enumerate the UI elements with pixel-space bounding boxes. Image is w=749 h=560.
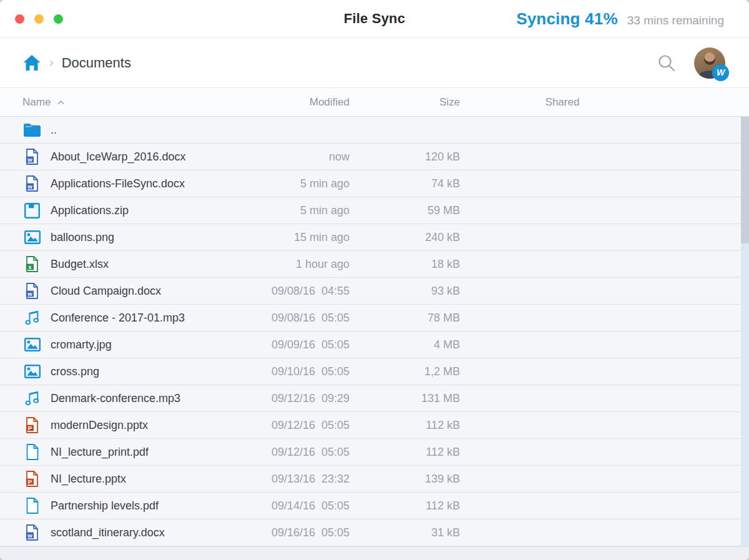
- file-size: 74 kB: [350, 177, 460, 190]
- breadcrumb-current: Documents: [62, 55, 131, 71]
- sync-status: Syncing 41%: [516, 9, 618, 29]
- powerpoint-icon: P: [24, 471, 41, 487]
- svg-text:w: w: [27, 183, 32, 190]
- file-size: 139 kB: [350, 473, 460, 486]
- audio-icon: [24, 310, 41, 326]
- file-sync-window: File Sync Syncing 41% 33 mins remaining …: [0, 0, 749, 560]
- avatar[interactable]: W: [694, 47, 725, 79]
- table-row[interactable]: w Cloud Campaign.docx 09/08/16 04:55 93 …: [0, 278, 749, 305]
- file-size: 31 kB: [350, 526, 460, 539]
- column-header-size[interactable]: Size: [350, 96, 460, 109]
- window-controls: [15, 14, 63, 24]
- file-name: Budget.xlsx: [51, 258, 109, 271]
- file-modified: 09/13/16 23:32: [267, 473, 350, 486]
- table-row[interactable]: Denmark-conference.mp3 09/12/16 09:29 13…: [0, 385, 749, 412]
- file-modified: 09/09/16 05:05: [267, 338, 350, 351]
- file-name: scotland_itinerary.docx: [51, 526, 165, 539]
- file-size: 120 kB: [350, 150, 460, 164]
- home-icon[interactable]: [22, 54, 41, 71]
- file-size: 240 kB: [350, 231, 460, 244]
- sync-status-group: Syncing 41% 33 mins remaining: [516, 9, 724, 29]
- file-name: NI_lecture_print.pdf: [51, 446, 149, 459]
- file-name: modernDesign.pptx: [51, 419, 148, 432]
- excel-icon: x: [24, 256, 41, 272]
- file-modified: 1 hour ago: [267, 258, 350, 271]
- file-size: 18 kB: [350, 258, 460, 271]
- svg-text:w: w: [27, 156, 32, 163]
- table-row[interactable]: ..: [0, 117, 749, 144]
- table-row[interactable]: Applications.zip 5 min ago 59 MB: [0, 197, 749, 224]
- file-name: cromarty.jpg: [51, 338, 112, 351]
- file-modified: 09/14/16 05:05: [267, 499, 350, 513]
- image-icon: [24, 365, 41, 378]
- file-size: 4 MB: [350, 338, 460, 351]
- sort-asc-icon: [57, 96, 65, 109]
- file-size: 112 kB: [350, 446, 460, 459]
- file-modified: 09/12/16 05:05: [267, 419, 350, 432]
- app-title: File Sync: [344, 11, 405, 27]
- close-button[interactable]: [15, 14, 24, 24]
- table-row[interactable]: P modernDesign.pptx 09/12/16 05:05 112 k…: [0, 412, 749, 439]
- file-modified: 09/10/16 05:05: [267, 365, 350, 378]
- sync-time-remaining: 33 mins remaining: [627, 14, 724, 27]
- footer-strip: [0, 546, 749, 560]
- table-row[interactable]: w About_IceWarp_2016.docx now 120 kB: [0, 144, 749, 170]
- file-size: 112 kB: [350, 499, 460, 513]
- table-row[interactable]: x Budget.xlsx 1 hour ago 18 kB: [0, 251, 749, 278]
- image-icon: [24, 230, 41, 244]
- file-modified: 09/16/16 05:05: [267, 526, 350, 539]
- table-row[interactable]: P NI_lecture.pptx 09/13/16 23:32 139 kB: [0, 466, 749, 493]
- table-header: Name Modified Size Shared: [0, 88, 749, 117]
- table-row[interactable]: Conference - 2017-01.mp3 09/08/16 05:05 …: [0, 305, 749, 332]
- column-header-name[interactable]: Name: [0, 96, 267, 109]
- svg-text:w: w: [27, 532, 32, 539]
- folder-icon: [24, 124, 41, 137]
- breadcrumb-separator-icon: ›: [49, 55, 54, 71]
- file-size: 131 MB: [350, 392, 460, 405]
- file-name: Cloud Campaign.docx: [51, 285, 161, 298]
- file-size: 1,2 MB: [350, 365, 460, 378]
- file-name: balloons.png: [51, 231, 114, 244]
- table-row[interactable]: NI_lecture_print.pdf 09/12/16 05:05 112 …: [0, 439, 749, 466]
- file-modified: 5 min ago: [267, 204, 350, 217]
- file-modified: now: [267, 150, 350, 164]
- image-icon: [24, 338, 41, 351]
- file-size: 93 kB: [350, 285, 460, 298]
- svg-text:P: P: [28, 425, 32, 431]
- search-icon[interactable]: [657, 54, 675, 72]
- file-name: Partnership levels.pdf: [51, 499, 159, 513]
- file-modified: 15 min ago: [267, 231, 350, 244]
- breadcrumb: › Documents: [22, 54, 131, 71]
- file-modified: 09/08/16 05:05: [267, 312, 350, 325]
- table-row[interactable]: Partnership levels.pdf 09/14/16 05:05 11…: [0, 493, 749, 519]
- table-row[interactable]: w Applications-FileSync.docx 5 min ago 7…: [0, 170, 749, 197]
- column-header-shared[interactable]: Shared: [460, 96, 665, 109]
- file-name: Applications-FileSync.docx: [51, 177, 185, 190]
- word-icon: w: [24, 524, 41, 541]
- scrollbar-track[interactable]: [741, 117, 749, 546]
- column-header-modified[interactable]: Modified: [267, 96, 350, 109]
- word-icon: w: [24, 283, 41, 299]
- file-list: .. w About_IceWarp_2016.docx now 120 kB …: [0, 117, 749, 546]
- file-size: 78 MB: [350, 312, 460, 325]
- table-row[interactable]: cromarty.jpg 09/09/16 05:05 4 MB: [0, 332, 749, 358]
- table-row[interactable]: cross.png 09/10/16 05:05 1,2 MB: [0, 358, 749, 385]
- avatar-badge: W: [712, 64, 729, 81]
- minimize-button[interactable]: [34, 14, 44, 24]
- zoom-button[interactable]: [54, 14, 63, 24]
- file-modified: 09/12/16 09:29: [267, 392, 350, 405]
- pdf-icon: [24, 498, 41, 514]
- scrollbar-thumb[interactable]: [741, 117, 749, 243]
- file-name: Conference - 2017-01.mp3: [51, 312, 185, 325]
- nav-right: W: [657, 47, 725, 79]
- column-label-name: Name: [22, 96, 51, 109]
- powerpoint-icon: P: [24, 417, 41, 433]
- table-row[interactable]: balloons.png 15 min ago 240 kB: [0, 224, 749, 251]
- table-row[interactable]: w scotland_itinerary.docx 09/16/16 05:05…: [0, 519, 749, 546]
- nav-bar: › Documents W: [0, 38, 749, 88]
- file-name: Applications.zip: [51, 204, 129, 217]
- file-name: NI_lecture.pptx: [51, 473, 126, 486]
- svg-text:P: P: [28, 478, 32, 485]
- file-modified: 09/08/16 04:55: [267, 285, 350, 298]
- word-icon: w: [24, 175, 41, 192]
